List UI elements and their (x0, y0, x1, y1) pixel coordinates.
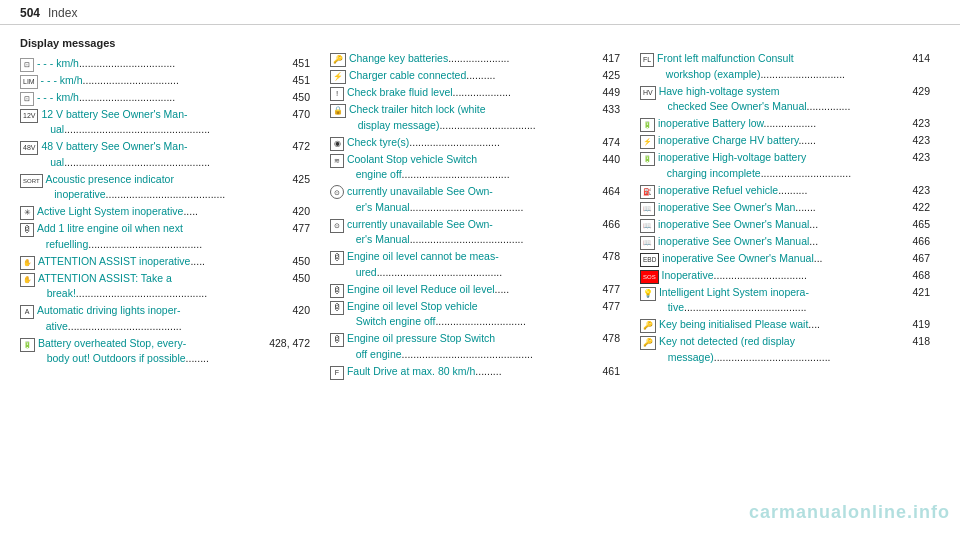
list-item: 📖 inoperative See Owner's Manual... 466 (640, 234, 930, 250)
list-item: 🛢 Engine oil level cannot be meas- ured.… (330, 249, 620, 281)
key-batt-icon: 🔑 (330, 53, 346, 67)
list-item: 🔋 inoperative Battery low...............… (640, 116, 930, 132)
page-header: 504 Index (0, 0, 960, 25)
list-item: ⊙ currently unavailable See Own- er's Ma… (330, 217, 620, 249)
list-item: ✋ ATTENTION ASSIST: Take a break!.......… (20, 271, 310, 303)
list-item: ⚡ inoperative Charge HV battery...... 42… (640, 133, 930, 149)
oil-red-icon: 🛢 (330, 284, 344, 298)
battery12-icon: 12V (20, 109, 38, 123)
header-title: Index (48, 6, 77, 20)
coolant-icon: ≋ (330, 154, 344, 168)
list-item: 🛢 Engine oil pressure Stop Switch off en… (330, 331, 620, 363)
list-item: SORT Acoustic presence indicator inopera… (20, 172, 310, 204)
oil1-icon: 🛢 (20, 223, 34, 237)
ebd-icon: EBD (640, 253, 659, 267)
list-item: SOS Inoperative.........................… (640, 268, 930, 284)
list-item: EBD inoperative See Owner's Manual... 46… (640, 251, 930, 267)
assist1-icon: ✋ (20, 256, 35, 270)
section-title: Display messages (20, 35, 310, 52)
refuel-icon: ⛽ (640, 185, 655, 199)
list-item: A Automatic driving lights inoper- ative… (20, 303, 310, 335)
list-item: ⊙ currently unavailable See Own- er's Ma… (330, 184, 620, 216)
list-item: 🔑 Key not detected (red display message)… (640, 334, 930, 366)
list-item: LIM - - - km/h..........................… (20, 73, 310, 89)
hitch-icon: 🔒 (330, 104, 346, 118)
intel-light-icon: 💡 (640, 287, 656, 301)
page-number: 504 (20, 6, 40, 20)
list-item: 📖 inoperative See Owner's Manual... 465 (640, 217, 930, 233)
list-item: 🔒 Check trailer hitch lock (white displa… (330, 102, 620, 134)
hv-batt-icon: 🔋 (640, 152, 655, 166)
speed2-icon: ⊡ (20, 92, 34, 106)
list-item: 📖 inoperative See Owner's Man....... 422 (640, 200, 930, 216)
brake-icon: ! (330, 87, 344, 101)
unavail1-icon: ⊙ (330, 185, 344, 199)
list-item: 12V 12 V battery See Owner's Man- ual...… (20, 107, 310, 139)
als-icon: ✳ (20, 206, 34, 220)
charge-hv-icon: ⚡ (640, 135, 655, 149)
list-item: HV Have high-voltage system checked See … (640, 84, 930, 116)
list-item: 🛢 Add 1 litre engine oil when next refue… (20, 221, 310, 253)
assist2-icon: ✋ (20, 273, 35, 287)
oil-press-icon: 🛢 (330, 333, 344, 347)
owner-man2-icon: 📖 (640, 219, 655, 233)
oil-stop-icon: 🛢 (330, 301, 344, 315)
unavail2-icon: ⊙ (330, 219, 344, 233)
tyre-icon: ◉ (330, 137, 344, 151)
auto-icon: A (20, 305, 34, 319)
battery48-icon: 48V (20, 141, 38, 155)
watermark: carmanualonline.info (749, 502, 950, 523)
column-3: FL Front left malfunction Consult worksh… (640, 35, 940, 518)
list-item: 🔑 Change key batteries..................… (330, 51, 620, 67)
list-item: 🛢 Engine oil level Stop vehicle Switch e… (330, 299, 620, 331)
list-item: 🛢 Engine oil level Reduce oil level.....… (330, 282, 620, 298)
fault-icon: F (330, 366, 344, 380)
acoustic-icon: SORT (20, 174, 43, 188)
list-item: 🔋 inoperative High-voltage battery charg… (640, 150, 930, 182)
key-init-icon: 🔑 (640, 319, 656, 333)
owner-man3-icon: 📖 (640, 236, 655, 250)
list-item: ⛽ inoperative Refuel vehicle.......... 4… (640, 183, 930, 199)
sos-icon: SOS (640, 270, 659, 284)
list-item: F Fault Drive at max. 80 km/h......... 4… (330, 364, 620, 380)
list-item: ⊡ - - - km/h............................… (20, 56, 310, 72)
hv-sys-icon: HV (640, 86, 656, 100)
speed-icon: ⊡ (20, 58, 34, 72)
list-item: 48V 48 V battery See Owner's Man- ual...… (20, 139, 310, 171)
front-left-icon: FL (640, 53, 654, 67)
list-item: FL Front left malfunction Consult worksh… (640, 51, 930, 83)
list-item: ! Check brake fluid level...............… (330, 85, 620, 101)
list-item: ⊡ - - - km/h............................… (20, 90, 310, 106)
list-item: ✳ Active Light System inoperative..... 4… (20, 204, 310, 220)
list-item: ⚡ Charger cable connected.......... 425 (330, 68, 620, 84)
key-nodet-icon: 🔑 (640, 336, 656, 350)
column-2: 🔑 Change key batteries..................… (330, 35, 630, 518)
list-item: ✋ ATTENTION ASSIST inoperative..... 450 (20, 254, 310, 270)
oil-meas-icon: 🛢 (330, 251, 344, 265)
batt-low-icon: 🔋 (640, 118, 655, 132)
list-item: 🔋 Battery overheated Stop, every- body o… (20, 336, 310, 368)
charger-icon: ⚡ (330, 70, 346, 84)
list-item: ≋ Coolant Stop vehicle Switch engine off… (330, 152, 620, 184)
list-item: 💡 Intelligent Light System inopera- tive… (640, 285, 930, 317)
list-item: 🔑 Key being initialised Please wait.... … (640, 317, 930, 333)
battery-hot-icon: 🔋 (20, 338, 35, 352)
owner-man1-icon: 📖 (640, 202, 655, 216)
column-1: Display messages ⊡ - - - km/h...........… (20, 35, 320, 518)
lim-icon: LIM (20, 75, 38, 89)
list-item: ◉ Check tyre(s).........................… (330, 135, 620, 151)
